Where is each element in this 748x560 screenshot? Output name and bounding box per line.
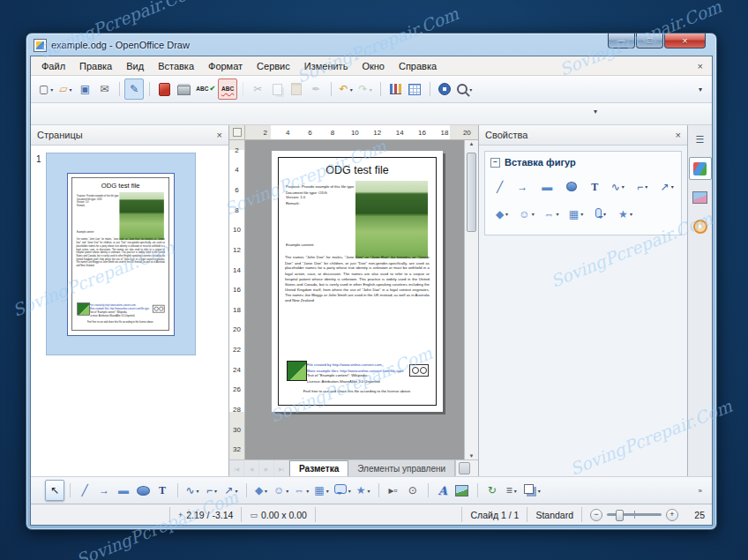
menu-item[interactable]: Вид (119, 59, 151, 73)
menu-item[interactable]: Изменить (297, 59, 355, 73)
rectangle-tool[interactable]: ▬ (114, 480, 133, 501)
zoom-in-button[interactable]: + (666, 509, 678, 521)
flowchart-tool[interactable]: ▦ (311, 480, 331, 501)
menu-item[interactable]: Формат (201, 59, 250, 73)
vertical-scrollbar[interactable]: ▲ ▼ (464, 140, 478, 459)
maximize-button[interactable]: □ (636, 34, 663, 49)
print-button[interactable] (174, 78, 193, 100)
undo-button[interactable]: ↶ (336, 78, 355, 100)
vertical-ruler[interactable]: 2468101214161820222426283032 (229, 140, 245, 459)
insert-connector-button[interactable]: ⌐ (631, 176, 654, 197)
callouts-button[interactable] (589, 204, 612, 224)
zoom-value[interactable]: 25 (684, 510, 707, 520)
close-document-button[interactable]: × (692, 61, 708, 71)
last-page-button[interactable]: ▶| (274, 460, 289, 476)
ruler-corner[interactable] (229, 125, 245, 140)
secondary-toolbar-overflow-button[interactable]: ▾ (589, 105, 602, 118)
rotate-tool[interactable]: ↻ (482, 480, 502, 501)
zoom-slider[interactable] (607, 513, 662, 516)
collapse-icon[interactable]: − (490, 158, 500, 168)
clone-formatting-button[interactable]: ✒ (306, 78, 325, 100)
fontwork-tool[interactable]: A (433, 480, 453, 501)
gallery-deck-icon[interactable] (689, 186, 712, 209)
flowchart-button[interactable]: ▦ (565, 204, 587, 224)
tab-controls[interactable]: Элементы управлени (348, 460, 455, 476)
copy-button[interactable] (267, 78, 287, 100)
zoom-out-button[interactable]: − (590, 509, 602, 521)
curve-tool[interactable]: ∿ (183, 480, 202, 501)
insert-curve-button[interactable]: ∿ (606, 176, 629, 197)
stars-button[interactable]: ★ (614, 204, 637, 224)
drawing-page[interactable]: ODG test file Purpose: Provide example o… (272, 151, 443, 412)
arrange-tool[interactable] (521, 480, 543, 501)
spellcheck-button[interactable]: ABC (193, 78, 218, 100)
glue-points-tool[interactable]: ⊙ (403, 480, 423, 501)
tab-layout[interactable]: Разметка (289, 460, 348, 476)
pages-panel-close-button[interactable]: × (217, 130, 222, 140)
block-arrows-button[interactable]: ⇔ (540, 204, 563, 224)
first-page-button[interactable]: |◀ (229, 460, 244, 476)
block-arrows-tool[interactable]: ⇔ (291, 480, 311, 501)
drawing-toolbar-overflow-button[interactable]: » (694, 484, 707, 497)
slide-indicator[interactable]: Слайд 1 / 1 (465, 510, 524, 520)
horizontal-scrollbar-thumb[interactable] (459, 462, 469, 474)
zoom-button[interactable] (454, 78, 475, 100)
symbol-shapes-button[interactable]: ☺ (515, 204, 538, 224)
export-pdf-button[interactable] (154, 78, 174, 100)
insert-text-box-button[interactable]: T (585, 176, 604, 197)
menu-item[interactable]: Файл (34, 59, 72, 73)
insert-shapes-header[interactable]: − Вставка фигур (490, 155, 676, 169)
basic-shapes-button[interactable]: ◆ (490, 204, 513, 224)
paste-button[interactable] (287, 78, 306, 100)
callouts-tool[interactable] (332, 480, 354, 501)
minimize-button[interactable]: — (608, 34, 635, 49)
insert-lines-arrows-button[interactable]: ↗ (655, 176, 678, 197)
horizontal-scrollbar[interactable] (455, 460, 478, 476)
open-document-button[interactable]: ▱ (56, 78, 75, 100)
save-document-button[interactable]: ▣ (75, 78, 94, 100)
close-button[interactable]: × (664, 34, 706, 49)
sidebar-menu-icon[interactable]: ☰ (689, 128, 712, 151)
cut-button[interactable]: ✂ (248, 78, 267, 100)
text-tool[interactable]: T (153, 480, 172, 501)
symbol-shapes-tool[interactable]: ☺ (271, 480, 291, 501)
edit-points-tool[interactable]: ▸▫ (384, 480, 403, 501)
previous-page-button[interactable]: ◀ (244, 460, 259, 476)
new-document-button[interactable]: ▢ (36, 78, 56, 100)
navigator-deck-icon[interactable] (689, 215, 712, 238)
edit-file-button[interactable]: ✎ (124, 78, 144, 100)
menu-item[interactable]: Окно (355, 59, 392, 73)
insert-ellipse-button[interactable] (560, 176, 583, 197)
drawing-canvas[interactable]: ODG test file Purpose: Provide example o… (245, 140, 464, 459)
alignment-tool[interactable]: ≡ (502, 480, 521, 501)
menu-item[interactable]: Справка (392, 59, 444, 73)
ellipse-tool[interactable] (133, 480, 153, 501)
insert-arrow-button[interactable]: → (511, 176, 534, 197)
next-page-button[interactable]: ▶ (259, 460, 274, 476)
menu-item[interactable]: Вставка (151, 59, 201, 73)
document-as-email-button[interactable]: ✉ (94, 78, 114, 100)
insert-rectangle-button[interactable]: ▬ (535, 176, 558, 197)
zoom-slider-thumb[interactable] (616, 510, 624, 521)
autospellcheck-button[interactable]: ABC (218, 78, 237, 100)
basic-shapes-tool[interactable]: ◆ (251, 480, 271, 501)
scroll-up-icon[interactable]: ▲ (469, 141, 475, 146)
vertical-scrollbar-thumb[interactable] (467, 153, 476, 232)
page-thumbnail[interactable]: ODG test file Purpose: Provide example o… (46, 153, 196, 355)
line-tool[interactable]: ╱ (75, 480, 94, 501)
redo-button[interactable]: ↷ (355, 78, 375, 100)
page-style-field[interactable]: Standard (530, 510, 579, 520)
menu-item[interactable]: Правка (72, 59, 119, 73)
properties-panel-close-button[interactable]: × (676, 130, 681, 140)
navigator-button[interactable] (435, 78, 454, 100)
connector-tool[interactable]: ⌐ (202, 480, 221, 501)
menu-item[interactable]: Сервис (250, 59, 297, 73)
chart-button[interactable] (385, 78, 405, 100)
horizontal-ruler[interactable]: 2468101214161820 (245, 125, 478, 140)
from-file-tool[interactable] (453, 480, 472, 501)
toolbar-overflow-button[interactable]: ▾ (694, 83, 707, 96)
lines-arrows-tool[interactable]: ↗ (221, 480, 241, 501)
stars-tool[interactable]: ★ (354, 480, 373, 501)
scroll-down-icon[interactable]: ▼ (469, 453, 475, 459)
properties-deck-icon[interactable] (689, 157, 712, 180)
